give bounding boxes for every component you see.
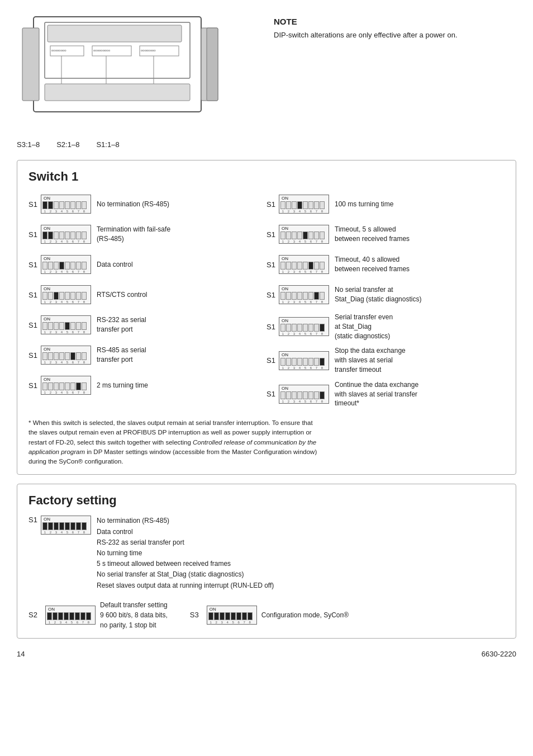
device-diagram: oooooooo ooooooooo oooooooo S3:1–8 S2:1–… [17,11,251,149]
switch-desc: RS-485 as serial transfer port [97,346,266,365]
switch-s-label: S1 [28,200,41,209]
factory-s3-label: S3 [190,611,202,619]
top-section: oooooooo ooooooooo oooooooo S3:1–8 S2:1–… [17,11,516,149]
switch-row: S1ON12345678Timeout, 40 s allowed betwee… [266,252,505,277]
svg-text:oooooooo: oooooooo [51,49,66,52]
switch-row: S1ON12345678No termination (RS-485) [28,192,266,216]
factory-s1-row: S1 ON12345678 No termination (RS-485) Da… [28,516,505,590]
switch-row: S1ON12345678Serial transfer even at Stat… [266,313,505,341]
switch-s-label: S1 [266,323,279,331]
dip-switch: ON12345678 [41,315,91,334]
switch-s-label: S1 [266,200,279,209]
switch-s-label: S1 [28,230,41,239]
factory-box: Factory setting S1 ON12345678 No termina… [17,484,516,638]
switch-desc: No serial transfer at Stat_Diag (static … [335,285,505,304]
switch-desc: 2 ms turning time [97,381,266,390]
page-footer: 14 6630-2220 [17,650,516,658]
s2-label: S2:1–8 [56,140,79,149]
factory-s3-part: S3 ON12345678 Configuration mode, SyCon® [190,606,349,625]
s1-label: S1:1–8 [96,140,119,149]
note-box: NOTE DIP-switch alterations are only eff… [274,11,458,41]
dip-switch: ON12345678 [41,195,91,214]
svg-rect-15 [207,28,218,101]
factory-s2-s3-row: S2 ON12345678 Default transfer setting 9… [28,600,505,630]
svg-rect-2 [47,25,182,42]
factory-s3-desc: Configuration mode, SyCon® [261,610,349,620]
note-text: DIP-switch alterations are only effectiv… [274,30,458,41]
switch-row: S1ON12345678Timeout, 5 s allowed between… [266,222,505,247]
dip-switch: ON12345678 [279,195,329,214]
svg-text:ooooooooo: ooooooooo [93,49,111,52]
switch-desc: No termination (RS-485) [97,200,266,209]
switch-row: S1ON12345678RS-485 as serial transfer po… [28,343,266,367]
dip-switch: ON12345678 [279,285,329,304]
switch-s-label: S1 [266,291,279,299]
switch1-title: Switch 1 [28,169,505,184]
switch-s-label: S1 [266,230,279,239]
switch-desc: Stop the data exchange with slaves at se… [335,346,505,374]
switch1-footnote: * When this switch is selected, the slav… [28,418,505,466]
switch-desc: RTS/CTS control [97,290,266,300]
dip-switch: ON12345678 [41,285,91,304]
switch-desc: Continue the data exchange with slaves a… [335,380,505,408]
switch1-box: Switch 1 S1ON12345678No termination (RS-… [17,160,516,475]
switch-s-label: S1 [266,390,279,398]
switch-s-label: S1 [266,356,279,365]
factory-title: Factory setting [28,493,505,508]
switch-row: S1ON12345678Data control [28,252,266,277]
dip-switch: ON12345678 [279,385,329,404]
svg-rect-12 [45,84,190,101]
switch-row: S1ON12345678100 ms turning time [266,192,505,216]
factory-s1-switch: ON12345678 [41,516,91,535]
dip-switch: ON12345678 [279,225,329,244]
factory-s2-label: S2 [28,611,41,619]
factory-s1-label: S1 [28,516,41,524]
switch-s-label: S1 [266,261,279,269]
switch-s-label: S1 [28,321,41,329]
switch-row: S1ON12345678Continue the data exchange w… [266,380,505,408]
dip-switch: ON12345678 [279,255,329,274]
switch-s-label: S1 [28,351,41,360]
switch-desc: 100 ms turning time [335,200,505,209]
switch-row: S1ON12345678Stop the data exchange with … [266,346,505,374]
switch-row: S1ON12345678RS-232 as serial transfer po… [28,313,266,337]
switch1-grid: S1ON12345678No termination (RS-485)S1ON1… [28,192,505,414]
s3-label: S3:1–8 [17,140,40,149]
switch-s-label: S1 [28,291,41,299]
page-number: 14 [17,650,25,658]
device-image: oooooooo ooooooooo oooooooo [17,11,229,134]
dip-switch: ON12345678 [41,376,91,395]
factory-s2-dip: ON12345678 [45,606,96,625]
switch1-left-col: S1ON12345678No termination (RS-485)S1ON1… [28,192,266,414]
svg-text:oooooooo: oooooooo [141,49,156,52]
factory-s2-part: S2 ON12345678 Default transfer setting 9… [28,600,168,630]
dip-switch: ON12345678 [41,225,91,244]
note-title: NOTE [274,17,458,26]
switch-desc: Data control [97,260,266,270]
switch-desc: Timeout, 40 s allowed between received f… [335,255,505,274]
svg-rect-13 [22,28,39,101]
switch-labels: S3:1–8 S2:1–8 S1:1–8 [17,140,251,149]
switch1-right-col: S1ON12345678100 ms turning timeS1ON12345… [266,192,505,414]
doc-number: 6630-2220 [482,650,516,658]
switch-desc: Serial transfer even at Stat_Diag (stati… [335,313,505,341]
factory-s3-dip: ON12345678 [207,606,257,625]
dip-switch: ON12345678 [41,346,91,365]
switch-s-label: S1 [28,381,41,390]
switch-desc: RS-232 as serial transfer port [97,315,266,334]
switch-row: S1ON123456782 ms turning time [28,373,266,398]
factory-s2-desc: Default transfer setting 9 600 bit/s, 8 … [100,600,168,630]
switch-desc: Termination with fail-safe (RS-485) [97,225,266,244]
switch-row: S1ON12345678No serial transfer at Stat_D… [266,282,505,307]
switch-row: S1ON12345678Termination with fail-safe (… [28,222,266,247]
dip-switch: ON12345678 [279,317,329,336]
switch-desc: Timeout, 5 s allowed between received fr… [335,225,505,244]
dip-switch: ON12345678 [41,255,91,274]
dip-switch: ON12345678 [279,351,329,370]
factory-s1-desc: No termination (RS-485) Data control RS-… [97,516,505,590]
switch-s-label: S1 [28,261,41,269]
switch-row: S1ON12345678RTS/CTS control [28,282,266,307]
